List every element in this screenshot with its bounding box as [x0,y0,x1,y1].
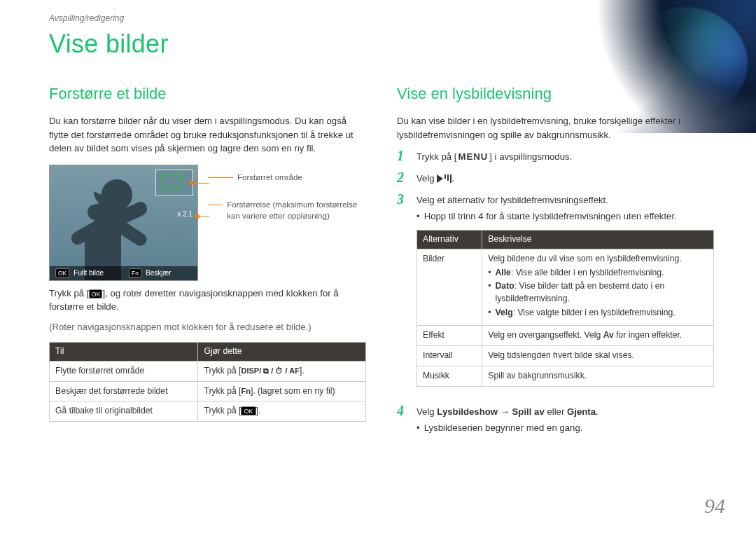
intro-left: Du kan forstørre bilder når du viser dem… [49,114,366,154]
table-left: Til Gjør dette Flytte forstørret område … [49,342,366,422]
step-3-text: Velg et alternativ for lysbildefremvisni… [416,195,608,205]
disp-key: DISP/ ⧉ / ⏱ / AF [241,366,299,375]
cell: Musikk [417,366,482,386]
table-row: Bilder Velg bildene du vil vise som en l… [417,249,714,326]
table-row: Beskjær det forstørrede bildet Trykk på … [50,381,366,401]
column-right: Vise en lysbildevisning Du kan vise bild… [397,83,714,444]
column-left: Forstørre et bilde Du kan forstørre bild… [49,83,366,444]
step-number: 4 [397,404,410,418]
table-right: Alternativ Beskrivelse Bilder Velg bilde… [416,230,714,386]
callout-1: Forstørret område [237,172,302,184]
step-number: 3 [397,192,410,206]
cell: Velg en overgangseffekt. Velg Av for ing… [482,326,714,346]
intro-right: Du kan vise bilder i en lysbildefremvisn… [397,114,714,141]
table-row: Gå tilbake til originalbildet Trykk på [… [50,401,366,422]
cell: Velg tidslengden hvert bilde skal vises. [482,346,714,366]
cell: Bilder [417,249,482,326]
step-number: 1 [397,149,410,163]
step-number: 2 [397,170,410,184]
heading-enlarge: Forstørre et bilde [49,83,366,105]
callouts: Forstørret område Forstørrelse (maksimum… [208,165,366,238]
step-3: 3 Velg et alternativ for lysbildefremvis… [397,192,714,396]
screen-bottom-bar: OK Fullt bilde Fn Beskjær [50,266,197,280]
table-row: Musikk Spill av bakgrunnsmusikk. [417,366,714,386]
page-content: Avspilling/redigering Vise bilder Forstø… [0,0,756,444]
step-1: 1 Trykk på [MENU] i avspillingsmodus. [397,149,714,163]
table-row: Effekt Velg en overgangseffekt. Velg Av … [417,326,714,346]
camera-screen: x 2.1 OK Fullt bilde Fn Beskjær [49,165,198,281]
minimap-viewport [162,174,181,188]
page-title: Vise bilder [49,26,714,62]
silhouette-photo [68,175,166,280]
fn-key: Fn [241,387,250,395]
step-4-sub: Lysbildeserien begynner med en gang. [424,421,583,434]
th-til: Til [50,343,198,362]
th-alternativ: Alternativ [417,231,482,249]
action-line: Trykk på [OK], og roter deretter navigas… [49,287,366,313]
menu-icon: MENU [456,150,489,163]
cell: Beskjær det forstørrede bildet [50,381,198,401]
figure-zoom: x 2.1 OK Fullt bilde Fn Beskjær [49,165,366,281]
fn-keycap: Fn [129,268,141,277]
th-gjor: Gjør dette [198,343,366,362]
table-row: Intervall Velg tidslengden hvert bilde s… [417,346,714,366]
slideshow-play-icon [437,174,451,183]
cell: Intervall [417,346,482,366]
ok-keycap: OK [55,268,69,277]
table-row: Flytte forstørret område Trykk på [DISP/… [50,362,366,382]
note-rotate: (Roter navigasjonsknappen mot klokken fo… [49,320,366,334]
cell: Trykk på [OK]. [198,401,366,422]
zoom-readout: x 2.1 [177,209,192,220]
ok-key: OK [241,406,255,415]
steps-list: 1 Trykk på [MENU] i avspillingsmodus. 2 … [397,149,714,437]
page-number: 94 [704,490,725,521]
fn-label: Beskjær [146,268,172,279]
cell: Effekt [417,326,482,346]
cell: Trykk på [Fn]. (lagret som en ny fil) [198,381,366,401]
minimap [155,170,193,196]
th-beskrivelse: Beskrivelse [482,231,714,249]
step-2: 2 Velg . [397,170,714,185]
step-4: 4 Velg Lysbildeshow → Spill av eller Gje… [397,404,714,437]
breadcrumb: Avspilling/redigering [49,13,714,25]
cell: Trykk på [DISP/ ⧉ / ⏱ / AF]. [198,362,366,382]
heading-slideshow: Vise en lysbildevisning [397,83,714,105]
cell: Gå tilbake til originalbildet [50,401,198,422]
callout-2: Forstørrelse (maksimum forstørrelse kan … [227,199,366,222]
step-3-sub: Hopp til trinn 4 for å starte lysbildefr… [424,209,677,223]
cell: Velg bildene du vil vise som en lysbilde… [482,249,714,326]
cell: Spill av bakgrunnsmusikk. [482,366,714,386]
ok-label: Fullt bilde [74,268,104,279]
cell: Flytte forstørret område [50,362,198,382]
ok-key-inline: OK [89,289,102,298]
